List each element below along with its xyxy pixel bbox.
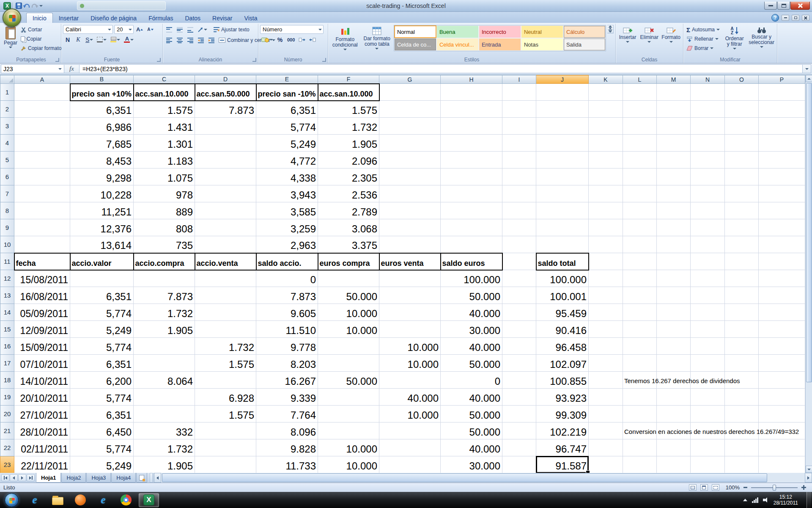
cell-I16[interactable] [502, 338, 536, 355]
cell-C22[interactable]: 1.732 [134, 439, 195, 456]
cell-M12[interactable] [657, 270, 691, 287]
cell-G1[interactable] [379, 84, 441, 101]
cell-H17[interactable]: 50.000 [441, 355, 502, 372]
cell-B11[interactable]: accio.valor [70, 253, 134, 270]
cell-I5[interactable] [502, 152, 536, 168]
cell-I23[interactable] [502, 456, 536, 473]
cell-N14[interactable] [691, 304, 725, 321]
cell-E6[interactable]: 4,338 [256, 168, 318, 185]
cell-M3[interactable] [657, 118, 691, 135]
cell-M8[interactable] [657, 202, 691, 219]
cell-P14[interactable] [759, 304, 805, 321]
cell-C18[interactable]: 8.064 [134, 372, 195, 389]
page-layout-view-button[interactable] [700, 484, 708, 491]
cell-F6[interactable]: 2.305 [318, 168, 379, 185]
cell-H10[interactable] [441, 236, 502, 253]
cell-N9[interactable] [691, 219, 725, 236]
format-cells-button[interactable]: Formato [661, 25, 681, 44]
paste-button[interactable]: Pegar [3, 25, 18, 49]
cell-O7[interactable] [725, 185, 759, 202]
cell-B20[interactable]: 6,351 [70, 406, 134, 422]
cell-D5[interactable] [195, 152, 256, 168]
volume-icon[interactable] [763, 497, 769, 502]
cell-D8[interactable] [195, 202, 256, 219]
cell-E16[interactable]: 9.778 [256, 338, 318, 355]
redo-icon[interactable] [32, 4, 37, 8]
cell-H4[interactable] [441, 135, 502, 152]
column-header-H[interactable]: H [441, 75, 502, 84]
cell-M2[interactable] [657, 101, 691, 118]
cell-B19[interactable]: 5,774 [70, 389, 134, 406]
cell-M6[interactable] [657, 168, 691, 185]
cell-style-celda-vincul[interactable]: Celda vincul... [436, 38, 479, 51]
row-header-2[interactable]: 2 [0, 101, 14, 118]
ribbon-tab-inicio[interactable]: Inicio [26, 13, 53, 23]
cell-J20[interactable]: 99.309 [536, 406, 589, 422]
cell-C13[interactable]: 7.873 [134, 287, 195, 304]
cell-O17[interactable] [725, 355, 759, 372]
cell-C3[interactable]: 1.431 [134, 118, 195, 135]
delete-cells-button[interactable]: Eliminar [639, 25, 659, 44]
cell-P9[interactable] [759, 219, 805, 236]
cell-P7[interactable] [759, 185, 805, 202]
bold-button[interactable]: N [63, 35, 72, 44]
font-family-select[interactable]: Calibri [63, 25, 113, 34]
cell-M1[interactable] [657, 84, 691, 101]
workbook-restore-button[interactable] [792, 15, 799, 21]
cell-A6[interactable] [14, 168, 70, 185]
cell-F7[interactable]: 2.536 [318, 185, 379, 202]
cell-A1[interactable] [14, 84, 70, 101]
cell-E13[interactable]: 7.873 [256, 287, 318, 304]
cell-F13[interactable]: 50.000 [318, 287, 379, 304]
cell-L1[interactable] [623, 84, 657, 101]
cell-G18[interactable] [379, 372, 441, 389]
cell-N2[interactable] [691, 101, 725, 118]
cell-D12[interactable] [195, 270, 256, 287]
cell-E1[interactable]: precio san -10% [256, 84, 318, 101]
cell-M16[interactable] [657, 338, 691, 355]
cell-G13[interactable] [379, 287, 441, 304]
cell-G20[interactable]: 10.000 [379, 406, 441, 422]
column-header-J[interactable]: J [536, 75, 589, 84]
cell-H9[interactable] [441, 219, 502, 236]
cell-I17[interactable] [502, 355, 536, 372]
cell-I4[interactable] [502, 135, 536, 152]
select-all-corner[interactable] [0, 75, 14, 84]
cell-C17[interactable] [134, 355, 195, 372]
cell-K18[interactable] [589, 372, 623, 389]
cell-O8[interactable] [725, 202, 759, 219]
cell-L21[interactable]: Conversion en acciones de nuestros derec… [623, 422, 657, 439]
cell-D20[interactable]: 1.575 [195, 406, 256, 422]
cell-J4[interactable] [536, 135, 589, 152]
network-icon[interactable] [752, 497, 758, 503]
cell-L4[interactable] [623, 135, 657, 152]
cell-D1[interactable]: acc.san.50.000 [195, 84, 256, 101]
cell-E19[interactable]: 9.339 [256, 389, 318, 406]
cell-style-buena[interactable]: Buena [436, 25, 479, 38]
cell-C4[interactable]: 1.301 [134, 135, 195, 152]
cell-C21[interactable]: 332 [134, 422, 195, 439]
row-header-23[interactable]: 23 [0, 456, 14, 473]
cell-M20[interactable] [657, 406, 691, 422]
cell-J17[interactable]: 102.097 [536, 355, 589, 372]
cell-H21[interactable]: 50.000 [441, 422, 502, 439]
cell-A17[interactable]: 07/10/2011 [14, 355, 70, 372]
cell-B10[interactable]: 13,614 [70, 236, 134, 253]
cell-N17[interactable] [691, 355, 725, 372]
cell-J21[interactable]: 102.219 [536, 422, 589, 439]
cell-C7[interactable]: 978 [134, 185, 195, 202]
cell-E5[interactable]: 4,772 [256, 152, 318, 168]
cell-P5[interactable] [759, 152, 805, 168]
cell-M10[interactable] [657, 236, 691, 253]
cell-K1[interactable] [589, 84, 623, 101]
cell-H12[interactable]: 100.000 [441, 270, 502, 287]
first-sheet-button[interactable] [1, 474, 9, 481]
cell-H14[interactable]: 40.000 [441, 304, 502, 321]
increase-indent-button[interactable] [207, 36, 216, 45]
cell-E20[interactable]: 7.764 [256, 406, 318, 422]
number-dialog-launcher[interactable] [322, 58, 326, 62]
cell-style-salida[interactable]: Salida [563, 38, 606, 51]
ribbon-tab-insertar[interactable]: Insertar [53, 13, 85, 23]
start-button[interactable] [5, 493, 19, 507]
cell-E4[interactable]: 5,249 [256, 135, 318, 152]
